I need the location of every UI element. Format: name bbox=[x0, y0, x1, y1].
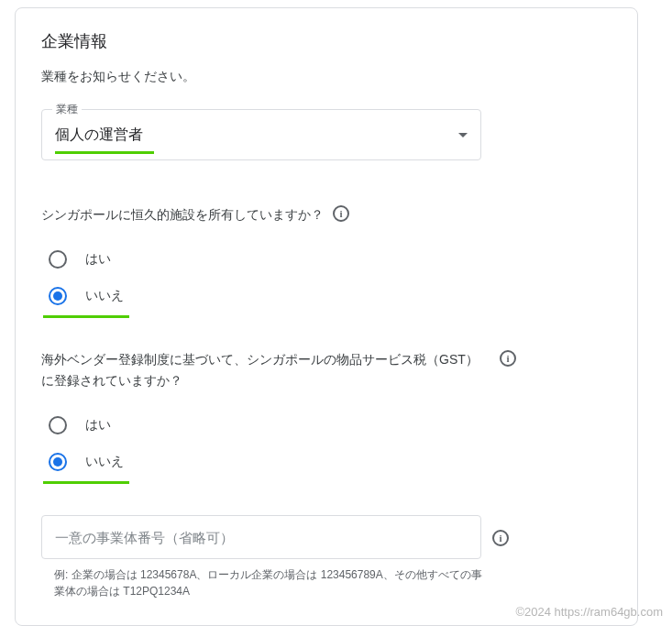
question-1-row: シンガポールに恒久的施設を所有していますか？ i bbox=[41, 204, 611, 225]
question-1-radio-group: はい いいえ bbox=[41, 241, 611, 314]
question-2-text: 海外ベンダー登録制度に基づいて、シンガポールの物品サービス税（GST）に登録され… bbox=[41, 349, 490, 390]
radio-label: いいえ bbox=[85, 454, 124, 470]
industry-select-text: 個人の運営者 bbox=[55, 126, 143, 142]
section-title: 企業情報 bbox=[41, 30, 611, 52]
info-icon[interactable]: i bbox=[333, 205, 349, 222]
radio-icon bbox=[49, 416, 67, 434]
radio-label: いいえ bbox=[85, 288, 124, 304]
radio-icon bbox=[49, 453, 67, 471]
radio-q1-no[interactable]: いいえ bbox=[41, 278, 611, 314]
business-info-card: 企業情報 業種をお知らせください。 業種 個人の運営者 シンガポールに恒久的施設… bbox=[15, 7, 638, 626]
entity-number-input[interactable] bbox=[41, 515, 481, 559]
watermark: ©2024 https://ram64gb.com bbox=[515, 605, 663, 619]
radio-q2-yes[interactable]: はい bbox=[41, 407, 611, 444]
industry-select-value: 個人の運営者 bbox=[55, 126, 143, 145]
radio-icon bbox=[49, 250, 67, 269]
info-icon[interactable]: i bbox=[492, 530, 509, 546]
radio-q1-yes[interactable]: はい bbox=[41, 241, 611, 278]
radio-dot-icon bbox=[53, 457, 62, 467]
question-2-row: 海外ベンダー登録制度に基づいて、シンガポールの物品サービス税（GST）に登録され… bbox=[41, 349, 611, 390]
highlight-underline bbox=[43, 481, 129, 484]
radio-label: はい bbox=[85, 251, 111, 268]
radio-dot-icon bbox=[53, 291, 62, 301]
highlight-underline bbox=[43, 315, 129, 318]
industry-select-wrapper: 業種 個人の運営者 bbox=[41, 109, 611, 160]
highlight-underline bbox=[55, 151, 154, 154]
radio-q2-no[interactable]: いいえ bbox=[41, 444, 611, 480]
radio-label: はい bbox=[85, 417, 111, 434]
info-icon[interactable]: i bbox=[500, 350, 516, 367]
industry-select[interactable]: 個人の運営者 bbox=[41, 109, 481, 160]
entity-number-helper: 例: 企業の場合は 12345678A、ローカル企業の場合は 123456789… bbox=[54, 566, 487, 599]
industry-select-label: 業種 bbox=[52, 102, 82, 117]
entity-number-row: i bbox=[41, 515, 611, 559]
section-prompt: 業種をお知らせください。 bbox=[41, 69, 611, 85]
radio-icon bbox=[49, 287, 67, 305]
chevron-down-icon bbox=[458, 133, 468, 137]
question-2-radio-group: はい いいえ bbox=[41, 407, 611, 480]
question-1-text: シンガポールに恒久的施設を所有していますか？ bbox=[41, 204, 324, 225]
